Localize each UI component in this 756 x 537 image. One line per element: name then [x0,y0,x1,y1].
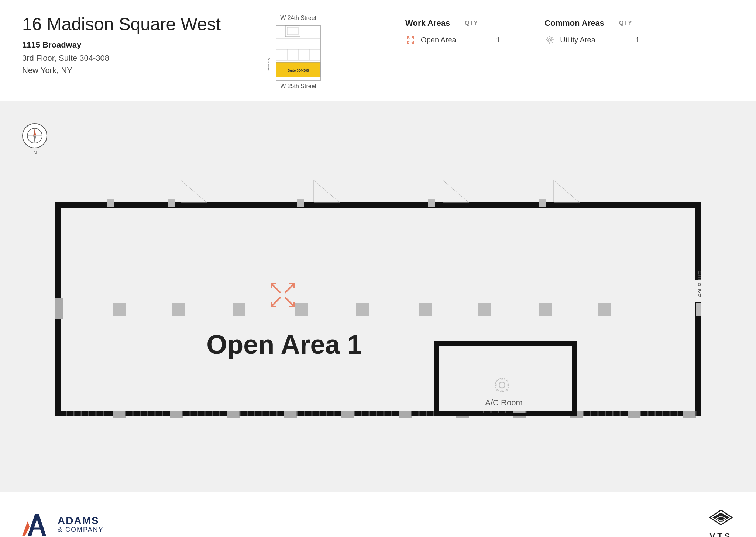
svg-rect-139 [572,343,575,415]
svg-rect-49 [295,303,308,316]
floor-plan: A/C Room Entrance Open Area 1 [55,149,701,470]
adams-name: ADAMS [58,516,104,526]
footer: ADAMS & COMPANY VTS [0,492,756,537]
street-north-label: W 24th Street [280,15,316,21]
svg-rect-56 [113,411,126,418]
compass-circle [22,123,47,148]
svg-rect-57 [170,411,183,418]
common-areas-qty-label: QTY [619,20,632,27]
svg-rect-66 [683,411,696,418]
common-areas-title: Common Areas [544,18,604,28]
svg-rect-34 [695,202,701,280]
svg-marker-37 [314,180,340,202]
svg-rect-35 [695,302,701,416]
vts-icon [708,508,734,529]
svg-rect-51 [419,303,432,316]
svg-rect-52 [478,303,491,316]
svg-rect-65 [628,411,640,418]
svg-rect-53 [539,303,552,316]
legend-item-utility-area: Utility Area 1 [544,35,639,45]
svg-rect-140 [436,411,482,414]
common-areas-header: Common Areas QTY [544,18,639,28]
svg-rect-1 [285,25,300,37]
svg-rect-31 [55,202,701,208]
common-areas-legend: Common Areas QTY Utility Area 1 [544,18,639,45]
svg-marker-36 [181,180,207,202]
svg-line-149 [506,389,507,390]
open-area-label: Open Area [421,36,480,44]
work-areas-qty-label: QTY [465,20,478,27]
floor-plan-area: N [0,101,756,492]
svg-rect-48 [233,303,245,316]
legend: Work Areas QTY [405,15,734,45]
svg-rect-137 [436,415,576,416]
svg-rect-60 [341,411,354,418]
street-south-label: W 25th Street [280,83,316,90]
svg-rect-2 [287,27,298,35]
svg-point-24 [549,39,551,41]
svg-rect-44 [539,199,546,207]
svg-point-142 [499,382,505,388]
svg-rect-42 [297,199,304,207]
svg-line-156 [285,284,294,293]
svg-text:Broadway: Broadway [267,58,270,71]
svg-marker-39 [554,180,580,202]
svg-rect-40 [107,199,114,207]
svg-text:A/C Room: A/C Room [485,398,522,407]
header: 16 Madison Square West 1115 Broadway 3rd… [0,0,756,101]
svg-rect-136 [436,343,576,346]
svg-rect-47 [172,303,185,316]
svg-rect-141 [528,411,575,414]
address-city: New York, NY [22,64,221,76]
work-areas-title: Work Areas [405,18,450,28]
svg-rect-58 [227,411,240,418]
svg-point-25 [547,38,552,42]
adams-logo-icon [22,510,52,537]
svg-rect-55 [696,303,701,316]
svg-text:Suite 304-308: Suite 304-308 [288,69,309,72]
svg-rect-61 [399,411,412,418]
vts-label: VTS [710,531,732,537]
adams-company: & COMPANY [58,526,104,534]
open-area-qty: 1 [496,36,500,44]
building-title: 16 Madison Square West [22,15,221,34]
svg-rect-41 [168,199,175,207]
building-info: 16 Madison Square West 1115 Broadway 3rd… [22,15,221,76]
svg-rect-46 [113,303,126,316]
svg-rect-43 [428,199,435,207]
svg-marker-159 [28,514,46,536]
vts-logo: VTS [708,508,734,537]
legend-item-open-area: Open Area 1 [405,35,500,45]
utility-area-qty: 1 [635,36,639,44]
svg-rect-50 [356,303,369,316]
address-bold: 1115 Broadway [22,40,221,50]
utility-area-icon [544,35,555,45]
address-floor: 3rd Floor, Suite 304-308 [22,52,221,64]
svg-line-154 [271,284,281,293]
compass: N [22,123,48,149]
utility-area-label: Utility Area [560,36,619,44]
svg-line-155 [285,297,294,306]
svg-rect-54 [598,303,611,316]
adams-text: ADAMS & COMPANY [58,516,104,534]
mini-map: Suite 304-308 Broadway [254,24,343,81]
svg-rect-45 [55,298,63,319]
svg-text:Open Area 1: Open Area 1 [206,330,362,359]
compass-label: N [22,150,48,155]
svg-rect-32 [55,411,701,416]
open-area-icon [405,35,416,45]
adams-logo: ADAMS & COMPANY [22,510,104,537]
svg-rect-59 [284,411,297,418]
work-areas-header: Work Areas QTY [405,18,500,28]
svg-marker-38 [443,180,469,202]
svg-line-157 [271,297,281,306]
svg-rect-138 [436,343,439,415]
mini-map-container: W 24th Street Suite 304-308 Broadway [243,15,354,90]
svg-text:Entrance: Entrance [697,270,701,297]
work-areas-legend: Work Areas QTY [405,18,500,45]
